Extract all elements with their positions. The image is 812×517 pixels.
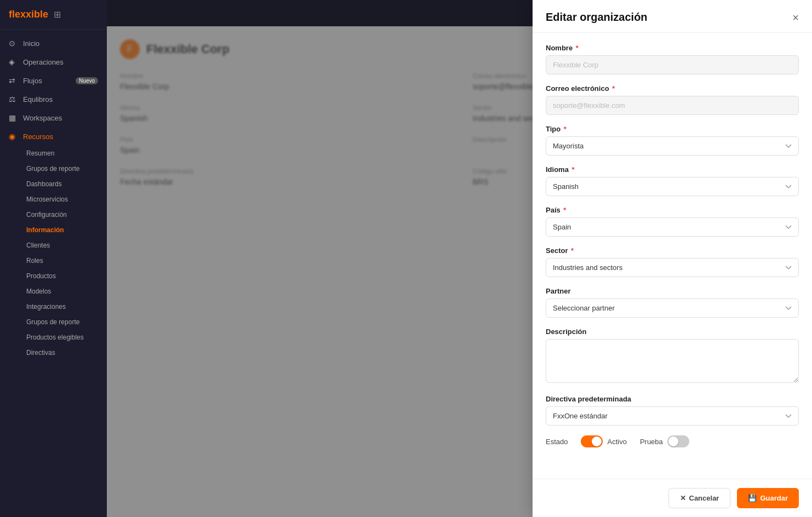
sidebar-item-grupos-reporte2[interactable]: Grupos de reporte: [18, 314, 107, 330]
flujos-badge: Nuevo: [76, 77, 98, 84]
label-correo: Correo electrónico *: [546, 84, 799, 93]
sidebar-item-label: Inicio: [23, 39, 39, 48]
sidebar-item-productos[interactable]: Productos: [18, 268, 107, 284]
form-group-estado: Estado Activo Prueba: [546, 435, 799, 447]
toggle-row: Estado Activo Prueba: [546, 435, 799, 447]
toggle-thumb-activo: [592, 436, 602, 446]
sidebar-nav: ⊙ Inicio ◈ Operaciones ⇄ Flujos Nuevo ⚖ …: [0, 30, 107, 517]
sidebar-item-label: Flujos: [23, 77, 42, 85]
form-group-partner: Partner Seleccionar partner: [546, 287, 799, 318]
form-group-pais: País * Spain France Germany: [546, 206, 799, 237]
edit-panel: Editar organización × Nombre * Correo el…: [533, 0, 812, 517]
sidebar: flexxible ⊞ ⊙ Inicio ◈ Operaciones ⇄ Flu…: [0, 0, 107, 517]
label-sector: Sector *: [546, 246, 799, 255]
label-descripcion: Descripción: [546, 328, 799, 336]
toggle-thumb-prueba: [668, 436, 678, 446]
main-area: F Flexxible Corp Nombre Flexxible Corp C…: [107, 0, 812, 517]
toggle-group-activo: Activo: [581, 435, 626, 447]
sidebar-item-equilibros[interactable]: ⚖ Equlibros: [0, 90, 107, 108]
label-pais: País *: [546, 206, 799, 214]
select-directiva[interactable]: FxxOne estándar Fecha estándar: [546, 406, 799, 426]
sidebar-item-directivas[interactable]: Directivas: [18, 345, 107, 360]
form-group-sector: Sector * Industries and sectors Technolo…: [546, 246, 799, 277]
save-icon: 💾: [748, 494, 757, 502]
form-group-directiva: Directiva predeterminada FxxOne estándar…: [546, 395, 799, 426]
panel-footer: ✕ Cancelar 💾 Guardar: [533, 479, 812, 517]
panel-body: Nombre * Correo electrónico * Tipo * May…: [533, 33, 812, 479]
form-group-correo: Correo electrónico *: [546, 84, 799, 115]
label-directiva: Directiva predeterminada: [546, 395, 799, 403]
select-sector[interactable]: Industries and sectors Technology Financ…: [546, 258, 799, 277]
workspaces-icon: ▦: [9, 113, 18, 122]
panel-title: Editar organización: [546, 11, 648, 24]
label-partner: Partner: [546, 287, 799, 295]
label-tipo: Tipo *: [546, 125, 799, 133]
label-nombre: Nombre *: [546, 44, 799, 52]
prueba-label: Prueba: [640, 438, 663, 446]
sidebar-item-label: Recursos: [23, 133, 53, 141]
textarea-descripcion[interactable]: [546, 339, 799, 383]
operaciones-icon: ◈: [9, 58, 18, 66]
app-logo: flexxible: [9, 9, 48, 20]
sidebar-item-productos-elegibles[interactable]: Productos elegibles: [18, 330, 107, 345]
sidebar-item-dashboards[interactable]: Dashboards: [18, 176, 107, 192]
toggle-group-prueba: Prueba: [640, 435, 689, 447]
grid-icon[interactable]: ⊞: [54, 9, 61, 20]
select-tipo[interactable]: Mayorista Minorista Partner: [546, 136, 799, 156]
cancel-icon: ✕: [680, 494, 686, 502]
toggle-prueba[interactable]: [667, 435, 689, 447]
sidebar-item-label: Operaciones: [23, 58, 64, 66]
inicio-icon: ⊙: [9, 39, 18, 48]
sidebar-item-clientes[interactable]: Clientes: [18, 238, 107, 253]
sidebar-item-modelos[interactable]: Modelos: [18, 284, 107, 299]
sidebar-item-flujos[interactable]: ⇄ Flujos Nuevo: [0, 71, 107, 90]
estado-label: Estado: [546, 438, 568, 446]
panel-header: Editar organización ×: [533, 0, 812, 33]
sidebar-item-grupos-reporte[interactable]: Grupos de reporte: [18, 161, 107, 176]
cancel-label: Cancelar: [689, 494, 719, 502]
sidebar-item-workspaces[interactable]: ▦ Workspaces: [0, 108, 107, 127]
activo-label: Activo: [607, 438, 626, 446]
form-group-descripcion: Descripción: [546, 328, 799, 385]
form-group-nombre: Nombre *: [546, 44, 799, 74]
save-label: Guardar: [760, 494, 788, 502]
sidebar-item-configuracion[interactable]: Configuración: [18, 207, 107, 222]
close-button[interactable]: ×: [792, 12, 799, 23]
input-nombre[interactable]: [546, 55, 799, 74]
sidebar-item-microservicios[interactable]: Microservicios: [18, 192, 107, 207]
toggle-activo[interactable]: [581, 435, 603, 447]
select-idioma[interactable]: Spanish English French: [546, 177, 799, 196]
form-group-tipo: Tipo * Mayorista Minorista Partner: [546, 125, 799, 156]
sidebar-item-operaciones[interactable]: ◈ Operaciones: [0, 53, 107, 71]
sidebar-item-label: Equlibros: [23, 95, 53, 104]
label-idioma: Idioma *: [546, 165, 799, 174]
sidebar-item-recursos[interactable]: ◉ Recursos: [0, 127, 107, 146]
select-pais[interactable]: Spain France Germany: [546, 217, 799, 237]
equilibros-icon: ⚖: [9, 95, 18, 104]
sidebar-item-resumen[interactable]: Resumen: [18, 146, 107, 161]
sidebar-item-inicio[interactable]: ⊙ Inicio: [0, 34, 107, 53]
select-partner[interactable]: Seleccionar partner: [546, 298, 799, 318]
input-correo[interactable]: [546, 96, 799, 115]
form-group-idioma: Idioma * Spanish English French: [546, 165, 799, 196]
recursos-icon: ◉: [9, 132, 18, 141]
flujos-icon: ⇄: [9, 76, 18, 85]
cancel-button[interactable]: ✕ Cancelar: [668, 488, 731, 508]
sidebar-item-integraciones[interactable]: Integraciones: [18, 299, 107, 314]
sidebar-item-label: Workspaces: [23, 114, 62, 122]
save-button[interactable]: 💾 Guardar: [737, 488, 799, 508]
sidebar-logo: flexxible ⊞: [0, 0, 107, 30]
sidebar-subnav: Resumen Grupos de reporte Dashboards Mic…: [0, 146, 107, 360]
sidebar-item-roles[interactable]: Roles: [18, 253, 107, 268]
sidebar-item-informacion[interactable]: Información: [18, 222, 107, 238]
